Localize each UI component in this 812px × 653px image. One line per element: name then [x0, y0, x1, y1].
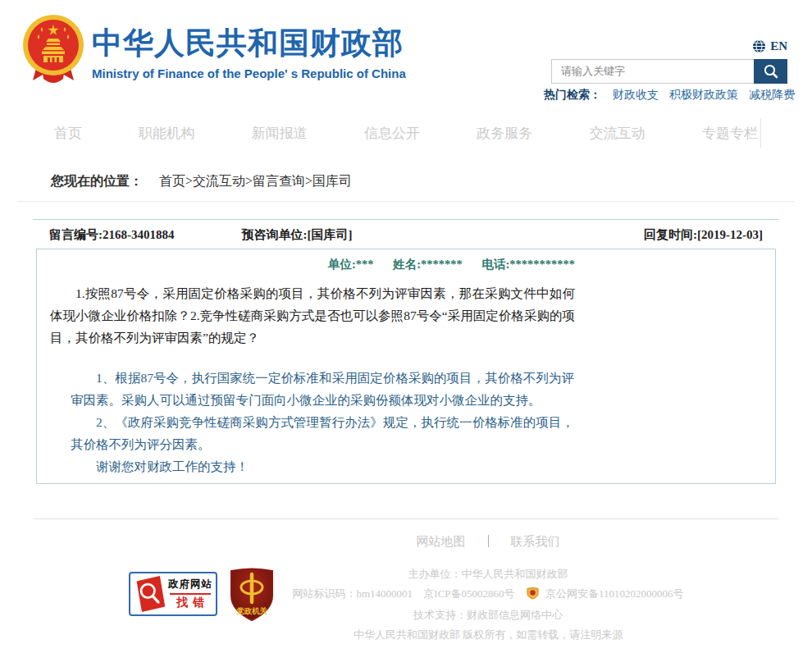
message-unit: 预咨询单位:[国库司]	[242, 227, 353, 243]
breadcrumb-divider	[17, 201, 795, 202]
page: 中华人民共和国财政部 Ministry of Finance of the Pe…	[0, 0, 812, 653]
hot-search-row: 热门检索： 财政收支 积极财政政策 减税降费	[544, 88, 805, 103]
police-record-link[interactable]: 京公网安备11010202000006号	[545, 587, 684, 600]
answer-block: 1、根据87号令，执行国家统一定价标准和采用固定价格采购的项目，其价格不列为评审…	[71, 367, 574, 477]
police-badge-icon	[527, 587, 539, 606]
en-label: EN	[770, 39, 787, 53]
site-footer: 网站地图联系我们 政府网站 找错	[0, 519, 812, 653]
search-button[interactable]	[754, 59, 787, 84]
footer-links: 网站地图联系我们	[164, 534, 812, 550]
search-bar	[551, 59, 787, 84]
footer-info: 主办单位：中华人民共和国财政部 网站标识码：bm14000001 京ICP备05…	[164, 564, 812, 644]
answer-paragraph-2: 2、《政府采购竞争性磋商采购方式管理暂行办法》规定，执行统一价格标准的项目，其价…	[71, 411, 574, 455]
national-emblem-logo	[18, 13, 89, 89]
site-header: 中华人民共和国财政部 Ministry of Finance of the Pe…	[0, 0, 812, 109]
search-input[interactable]	[551, 59, 754, 84]
nav-item-home[interactable]: 首页	[54, 124, 82, 143]
search-icon	[763, 63, 779, 80]
breadcrumb-label: 您现在的位置：	[51, 174, 143, 188]
contact-unit: 单位:***	[328, 258, 374, 271]
contact-name: 姓名:*******	[393, 258, 463, 271]
message-id: 留言编号:2168-3401884	[49, 227, 175, 243]
site-title: 中华人民共和国财政部	[92, 23, 406, 64]
answer-paragraph-3: 谢谢您对财政工作的支持！	[71, 455, 574, 477]
site-subtitle: Ministry of Finance of the People' s Rep…	[92, 66, 406, 80]
hot-search-label: 热门检索：	[544, 88, 601, 103]
sitemap-link[interactable]: 网站地图	[417, 535, 466, 548]
footer-copyright-line: 中华人民共和国财政部 版权所有，如需转载，请注明来源	[164, 625, 812, 645]
language-en-link[interactable]: EN	[752, 39, 787, 53]
nav-item-disclosure[interactable]: 信息公开	[364, 124, 420, 143]
nav-divider	[760, 118, 761, 148]
national-emblem-icon	[18, 13, 89, 89]
hot-link-fiscal-revenue[interactable]: 财政收支	[613, 88, 659, 103]
site-title-block: 中华人民共和国财政部 Ministry of Finance of the Pe…	[92, 23, 406, 80]
footer-support-line: 技术支持：财政部信息网络中心	[164, 605, 812, 625]
message-meta-row: 留言编号:2168-3401884 预咨询单位:[国库司] 回复时间:[2019…	[49, 220, 763, 243]
footer-host-line: 主办单位：中华人民共和国财政部	[164, 564, 812, 584]
message-box: 单位:*** 姓名:******* 电话:*********** 1.按照87号…	[36, 249, 776, 484]
nav-item-services[interactable]: 政务服务	[477, 124, 532, 143]
contact-us-link[interactable]: 联系我们	[511, 535, 560, 548]
icp-record-link[interactable]: 京ICP备05002860号	[423, 587, 514, 600]
footer-links-divider	[488, 535, 489, 547]
globe-icon	[752, 39, 766, 53]
footer-code-line: 网站标识码：bm14000001 京ICP备05002860号 京公网安备110…	[164, 584, 812, 606]
site-identifier-code: 网站标识码：bm14000001	[292, 587, 413, 600]
question-text: 1.按照87号令，采用固定价格采购的项目，其价格不列为评审因素，那在采购文件中如…	[50, 282, 575, 349]
hot-link-fiscal-policy[interactable]: 积极财政政策	[669, 88, 738, 103]
nav-item-topics[interactable]: 专题专栏	[702, 124, 758, 143]
answer-paragraph-1: 1、根据87号令，执行国家统一定价标准和采用固定价格采购的项目，其价格不列为评审…	[71, 367, 574, 411]
nav-item-interaction[interactable]: 交流互动	[590, 124, 645, 143]
hot-link-tax-cut[interactable]: 减税降费	[749, 88, 795, 103]
message-reply-time: 回复时间:[2019-12-03]	[644, 227, 763, 243]
error-flag-magnifier-icon	[133, 574, 167, 614]
contact-phone: 电话:***********	[481, 258, 575, 271]
breadcrumb: 您现在的位置： 首页>交流互动>留言查询>国库司	[51, 173, 812, 190]
nav-item-news[interactable]: 新闻报道	[252, 124, 308, 143]
breadcrumb-path[interactable]: 首页>交流互动>留言查询>国库司	[159, 174, 352, 188]
main-nav: 首页 职能机构 新闻报道 信息公开 政务服务 交流互动 专题专栏	[0, 109, 812, 157]
contact-line: 单位:*** 姓名:******* 电话:***********	[50, 257, 575, 272]
nav-item-institutions[interactable]: 职能机构	[139, 124, 194, 143]
